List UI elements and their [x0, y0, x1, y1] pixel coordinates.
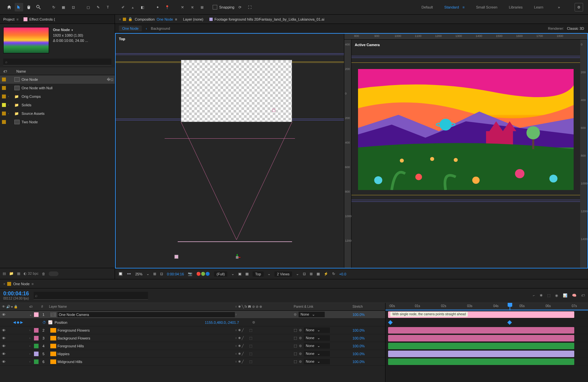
visibility-toggle-icon[interactable]: 👁: [2, 313, 7, 317]
fast-preview-icon[interactable]: ⚡: [324, 272, 328, 276]
stretch-value[interactable]: 100.0%: [352, 313, 385, 317]
3d-cube-icon[interactable]: ⬚: [294, 359, 297, 364]
timeline-layer-row[interactable]: 👁 ⌄ 1 🎥 One Node Camera ♀ ⊚ None ⌄ 100.0…: [0, 311, 385, 319]
layer-name[interactable]: One Node Camera: [57, 312, 235, 317]
workspace-default[interactable]: Default: [421, 5, 433, 9]
playhead[interactable]: [510, 303, 510, 310]
parent-dropdown[interactable]: None ⌄: [304, 351, 330, 356]
layer-bar[interactable]: [388, 358, 574, 365]
project-item[interactable]: › 📁 Solids: [0, 101, 115, 109]
track-row[interactable]: [385, 358, 588, 366]
item-tag[interactable]: [2, 120, 6, 124]
layer-expand-icon[interactable]: ›: [29, 337, 34, 340]
item-tag[interactable]: [2, 95, 6, 98]
toggle-switch[interactable]: [49, 271, 58, 276]
layer-bar[interactable]: [388, 343, 574, 349]
world-axis-icon[interactable]: ⤨: [188, 3, 196, 11]
project-item[interactable]: › 📁 Orig Comps: [0, 92, 115, 101]
stretch-value[interactable]: 100.0%: [352, 352, 385, 356]
3d-cube-icon[interactable]: ⬚: [294, 352, 297, 356]
layer-switches[interactable]: ♀: [235, 313, 294, 316]
layer-tag[interactable]: [34, 328, 39, 333]
timeline-menu-icon[interactable]: ≡: [32, 282, 34, 286]
layer-tag[interactable]: [34, 359, 39, 364]
timeline-search-input[interactable]: [34, 292, 148, 300]
expand-arrow-icon[interactable]: ›: [8, 112, 12, 115]
parent-dropdown[interactable]: None ⌄: [304, 343, 330, 349]
zoom-dropdown-icon[interactable]: ⌄: [146, 272, 149, 276]
workspace-small[interactable]: Small Screen: [476, 5, 497, 9]
parent-column[interactable]: Parent & Link: [294, 305, 352, 308]
roi-icon[interactable]: ▣: [238, 272, 241, 276]
project-item[interactable]: One Node with Null: [0, 84, 115, 92]
mag-icon[interactable]: 🔲: [118, 272, 123, 276]
item-tag[interactable]: [2, 78, 6, 81]
track-row[interactable]: With single node, the camera points stra…: [385, 311, 588, 319]
draft-3d-icon[interactable]: ⬚: [547, 293, 550, 298]
roto-tool-icon[interactable]: ✦: [153, 3, 162, 11]
layer-name-column[interactable]: Layer Name: [47, 305, 235, 308]
timeline-tab[interactable]: × One Node ≡: [3, 282, 34, 286]
3d-ground-icon[interactable]: ⊞: [310, 272, 313, 276]
switches-column[interactable]: ♀ ✱ ╲ fx 🖪 ⊘ ⊘ ⊕: [235, 305, 294, 308]
text-tool-icon[interactable]: T: [104, 3, 112, 11]
glasses-icon[interactable]: 👓: [127, 272, 131, 276]
interpret-footage-icon[interactable]: ▤: [3, 271, 6, 276]
item-tag[interactable]: [2, 86, 6, 90]
tag-column-icon[interactable]: 🏷: [3, 69, 16, 73]
resolution-selector[interactable]: (Full): [214, 271, 227, 277]
layer-expand-icon[interactable]: ›: [29, 360, 34, 363]
name-column[interactable]: Name: [16, 69, 26, 73]
home-icon[interactable]: [5, 3, 13, 11]
guides-icon[interactable]: ⊡: [160, 272, 163, 276]
project-search-input[interactable]: [3, 59, 111, 65]
rect-tool-icon[interactable]: ▢: [84, 3, 92, 11]
flowchart-icon[interactable]: �⊡: [107, 78, 113, 82]
graph-editor-icon[interactable]: 📊: [563, 293, 567, 298]
hand-tool-icon[interactable]: [24, 3, 33, 11]
stretch-value[interactable]: 100.0%: [352, 336, 385, 340]
timeline-current-time[interactable]: 0:00:04:16: [3, 291, 29, 297]
tag-column[interactable]: 🏷: [29, 305, 37, 308]
breadcrumb-current[interactable]: One Node: [119, 26, 142, 31]
close-timeline-tab-icon[interactable]: ×: [3, 282, 5, 286]
snap-opt-2-icon[interactable]: ⛶: [246, 3, 254, 11]
pickwhip-icon[interactable]: ⊚: [299, 352, 302, 356]
keyframe-nav[interactable]: ◀ ◆ ▶: [13, 320, 23, 324]
shy-icon[interactable]: ⌐: [533, 293, 535, 298]
item-tag[interactable]: [2, 103, 6, 107]
visibility-toggle-icon[interactable]: 👁: [2, 360, 7, 364]
visibility-toggle-icon[interactable]: 👁: [2, 336, 7, 340]
snap-opt-1-icon[interactable]: ⟳: [236, 3, 244, 11]
timeline-layer-row[interactable]: 👁 › 5 Hippies ♀ ✱ ╱ ⬚ ⬚ ⊚ None ⌄ 100.0%: [0, 350, 385, 358]
layer-switches[interactable]: ♀ ✱ ╱ ⬚: [235, 344, 294, 348]
timeline-layer-row[interactable]: 👁 › 3 Background Flowers ♀ ✱ ╱ ⬚ ⬚ ⊚ Non…: [0, 334, 385, 342]
comp-name[interactable]: One Node: [53, 27, 88, 33]
layer-marker[interactable]: With single node, the camera points stra…: [390, 312, 468, 317]
pickwhip-icon[interactable]: ⊚: [294, 312, 297, 317]
layer-bar[interactable]: [388, 335, 574, 341]
breadcrumb-arrow-icon[interactable]: ‹: [146, 26, 147, 30]
project-item[interactable]: › 📁 Source Assets: [0, 109, 115, 118]
property-value[interactable]: 1155.0,480.0,-2401.7: [205, 321, 239, 324]
layer-tag[interactable]: [34, 312, 39, 317]
view-dropdown-icon[interactable]: ⌄: [268, 272, 270, 276]
settings-icon[interactable]: ⚙: [575, 3, 583, 11]
camera-handle[interactable]: [174, 255, 178, 259]
stretch-column[interactable]: Stretch: [352, 305, 385, 308]
layer-expand-icon[interactable]: ›: [29, 344, 34, 348]
track-row[interactable]: [385, 350, 588, 358]
clone-tool-icon[interactable]: ⟁: [128, 3, 137, 11]
pickwhip-icon[interactable]: ⊚: [299, 359, 302, 364]
pan-camera-icon[interactable]: ▦: [59, 3, 68, 11]
trash-icon[interactable]: 🗑: [42, 272, 45, 276]
close-tab-icon[interactable]: ×: [119, 17, 121, 21]
channel-icon[interactable]: 🔴🟢🔵: [196, 272, 210, 276]
snapshot-icon[interactable]: 📷: [188, 272, 192, 276]
panel-menu-icon[interactable]: ≡: [16, 17, 18, 21]
frame-blend-icon[interactable]: ✱: [540, 293, 543, 298]
timeline-ruler[interactable]: :00s01s02s03s04s05s06s07s: [385, 303, 588, 311]
dolly-icon[interactable]: ⊡: [69, 3, 77, 11]
current-time-display[interactable]: 0:00:04:16: [167, 272, 184, 276]
layer-switches[interactable]: ♀ ✱ ╱ ⬚: [235, 352, 294, 356]
